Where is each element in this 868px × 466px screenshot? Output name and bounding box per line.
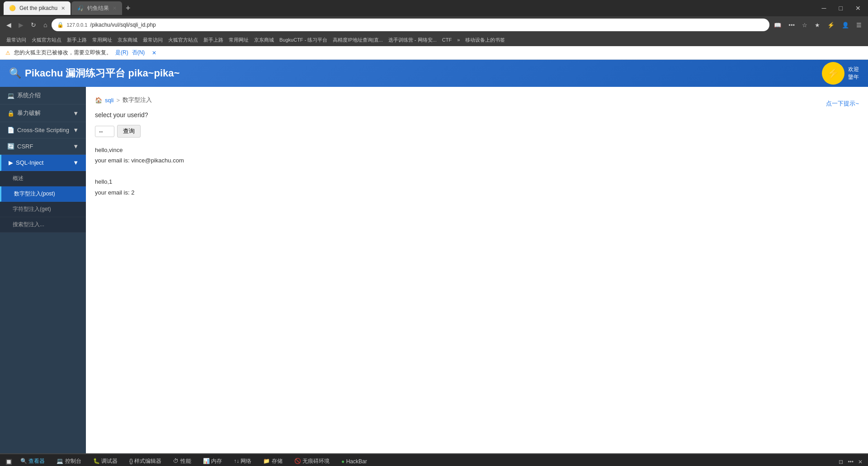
notification-text: 您的火狐主页已被修改，需要立即恢复。 bbox=[14, 49, 112, 57]
minimize-button[interactable]: ─ bbox=[818, 3, 830, 14]
page-title: select your userid? bbox=[95, 111, 859, 119]
tab-active[interactable]: 🟡 Get the pikachu ✕ bbox=[4, 1, 71, 15]
chevron-down-icon: ▼ bbox=[73, 159, 79, 166]
memory-label: 内存 bbox=[211, 458, 222, 464]
query-results: hello,vince your email is: vince@pikachu… bbox=[95, 145, 859, 198]
bookmark-all-button[interactable]: ★ bbox=[812, 20, 823, 30]
tab-inactive-favicon: 🎣 bbox=[77, 5, 84, 11]
home-icon: 🏠 bbox=[95, 97, 102, 104]
bookmark-button[interactable]: ☆ bbox=[799, 20, 810, 30]
bookmark-item[interactable]: 新手上路 bbox=[201, 36, 226, 44]
bookmark-item[interactable]: 火狐官方站点 bbox=[165, 36, 201, 44]
bookmark-item[interactable]: 高精度IP地址查询|直... bbox=[330, 36, 385, 44]
sqli-icon: ▶ bbox=[9, 159, 13, 166]
bookmark-item[interactable]: 京东商城 bbox=[115, 36, 140, 44]
devtools-tab-memory[interactable]: 📊 内存 bbox=[198, 455, 227, 466]
sys-intro-icon: 💻 bbox=[7, 92, 14, 99]
notification-yes-button[interactable]: 是(R) bbox=[115, 49, 128, 57]
close-window-button[interactable]: ✕ bbox=[852, 3, 864, 14]
devtools-more-button[interactable]: ••• bbox=[846, 458, 855, 466]
sidebar-item-label: 系统介绍 bbox=[17, 91, 41, 100]
hint-link[interactable]: 点一下提示~ bbox=[826, 100, 859, 108]
sidebar-item-csrf[interactable]: 🔄 CSRF ▼ bbox=[0, 138, 86, 155]
sidebar-submenu-more[interactable]: 搜索型注入... bbox=[0, 217, 86, 233]
bookmark-more[interactable]: » bbox=[454, 36, 462, 43]
back-button[interactable]: ◀ bbox=[4, 19, 14, 30]
devtools-actions: ⊡ ••• ✕ bbox=[837, 458, 864, 466]
bookmark-item[interactable]: 最常访问 bbox=[140, 36, 165, 44]
reload-button[interactable]: ↻ bbox=[28, 19, 39, 30]
bookmark-item[interactable]: 最常访问 bbox=[4, 36, 29, 44]
devtools-tab-console[interactable]: 💻 控制台 bbox=[51, 455, 86, 466]
tab-inactive[interactable]: 🎣 钓鱼结果 ✕ bbox=[71, 1, 122, 15]
sqli-submenu: 概述 数字型注入(post) 字符型注入(get) 搜索型注入... bbox=[0, 171, 86, 233]
performance-icon: ⏱ bbox=[173, 458, 179, 464]
style-editor-icon: {} bbox=[129, 458, 133, 464]
sidebar-item-label: SQL-Inject bbox=[16, 159, 43, 166]
bookmark-item[interactable]: 常用网址 bbox=[226, 36, 251, 44]
tab-active-close[interactable]: ✕ bbox=[61, 5, 65, 11]
forward-button[interactable]: ▶ bbox=[16, 19, 26, 30]
address-bar[interactable]: 🔒 127.0.0.1 /pikachu/vul/sqli/sqli_id.ph… bbox=[52, 19, 769, 31]
nav-bar: ◀ ▶ ↻ ⌂ 🔒 127.0.0.1 /pikachu/vul/sqli/sq… bbox=[0, 16, 868, 33]
result-email-2: your email is: 2 bbox=[95, 187, 859, 198]
devtools-tab-performance[interactable]: ⏱ 性能 bbox=[168, 455, 196, 466]
inspector-icon: 🔍 bbox=[20, 458, 27, 464]
chevron-down-icon: ▼ bbox=[73, 110, 79, 117]
bookmark-mobile[interactable]: 移动设备上的书签 bbox=[462, 36, 508, 44]
bookmark-item[interactable]: 常用网址 bbox=[90, 36, 115, 44]
app-header: 🔍 Pikachu 漏洞练习平台 pika~pika~ ⚡ 欢迎鑒年 bbox=[0, 60, 868, 87]
home-button[interactable]: ⌂ bbox=[41, 19, 50, 30]
devtools-tab-debugger[interactable]: 🐛 调试器 bbox=[88, 455, 123, 466]
app-body: 💻 系统介绍 🔒 暴力破解 ▼ 📄 Cross-Site Scripting ▼… bbox=[0, 87, 868, 453]
sidebar-submenu-overview[interactable]: 概述 bbox=[0, 171, 86, 186]
menu-button[interactable]: ☰ bbox=[854, 20, 864, 30]
query-button[interactable]: 查询 bbox=[117, 125, 141, 138]
bookmarks-bar: 最常访问 火狐官方站点 新手上路 常用网址 京东商城 最常访问 火狐官方站点 新… bbox=[0, 33, 868, 46]
devtools-inspect-button[interactable]: 🔲 bbox=[4, 458, 14, 466]
browser-tabs: 🟡 Get the pikachu ✕ 🎣 钓鱼结果 ✕ + bbox=[4, 1, 818, 15]
more-tools-button[interactable]: ••• bbox=[786, 20, 797, 30]
devtools-tab-style-editor[interactable]: {} 样式编辑器 bbox=[124, 455, 167, 466]
devtools-tab-network[interactable]: ↑↓ 网络 bbox=[228, 455, 257, 466]
bookmark-item[interactable]: CTF bbox=[439, 36, 454, 43]
notification-no-button[interactable]: 否(N) bbox=[132, 49, 145, 57]
hackbar-icon: ● bbox=[341, 458, 344, 465]
new-tab-button[interactable]: + bbox=[122, 2, 134, 15]
sidebar-item-sqli[interactable]: ▶ SQL-Inject ▼ bbox=[0, 155, 86, 171]
devtools-tab-inspector[interactable]: 🔍 查看器 bbox=[15, 455, 50, 466]
sidebar-submenu-string-get[interactable]: 字符型注入(get) bbox=[0, 202, 86, 217]
bookmark-item[interactable]: 火狐官方站点 bbox=[29, 36, 64, 44]
maximize-button[interactable]: □ bbox=[835, 3, 846, 14]
result-hello-2: hello,1 bbox=[95, 176, 859, 187]
sidebar-item-label: Cross-Site Scripting bbox=[17, 127, 69, 133]
console-icon: 💻 bbox=[57, 458, 63, 464]
tab-inactive-close[interactable]: ✕ bbox=[113, 5, 117, 11]
breadcrumb: 🏠 sqli > 数字型注入 bbox=[95, 96, 152, 104]
sidebar-submenu-numeric-post[interactable]: 数字型注入(post) bbox=[0, 186, 86, 202]
brute-icon: 🔒 bbox=[7, 110, 14, 117]
reader-button[interactable]: 📖 bbox=[771, 20, 784, 30]
tab-inactive-title: 钓鱼结果 bbox=[87, 5, 109, 12]
tab-favicon: 🟡 bbox=[9, 5, 16, 11]
devtools-tab-storage[interactable]: 📁 存储 bbox=[258, 455, 288, 466]
debugger-icon: 🐛 bbox=[93, 458, 100, 464]
sync-button[interactable]: ⚡ bbox=[825, 20, 837, 30]
storage-icon: 📁 bbox=[263, 458, 270, 464]
devtools-tab-hackbar[interactable]: ● HackBar bbox=[336, 456, 373, 466]
bookmark-item[interactable]: 京东商城 bbox=[251, 36, 277, 44]
user-avatar[interactable]: 👤 bbox=[839, 20, 852, 30]
result-hello-1: hello,vince bbox=[95, 145, 859, 155]
devtools-close-button[interactable]: ✕ bbox=[856, 458, 864, 466]
breadcrumb-sqli-link[interactable]: sqli bbox=[105, 97, 114, 104]
sidebar-item-brute[interactable]: 🔒 暴力破解 ▼ bbox=[0, 105, 86, 122]
userid-select[interactable]: -- 1 2 3 bbox=[95, 126, 114, 137]
bookmark-item[interactable]: 选手训练营 - 网络安... bbox=[386, 36, 439, 44]
sidebar-item-xss[interactable]: 📄 Cross-Site Scripting ▼ bbox=[0, 122, 86, 138]
bookmark-item[interactable]: BugkuCTF - 练习平台 bbox=[277, 36, 330, 44]
devtools-expand-button[interactable]: ⊡ bbox=[837, 458, 845, 466]
bookmark-item[interactable]: 新手上路 bbox=[64, 36, 90, 44]
sidebar-item-sys-intro[interactable]: 💻 系统介绍 bbox=[0, 87, 86, 105]
devtools-tab-notrace[interactable]: 🚫 无痕碍环境 bbox=[289, 455, 335, 466]
notification-close-button[interactable]: ✕ bbox=[152, 50, 156, 56]
